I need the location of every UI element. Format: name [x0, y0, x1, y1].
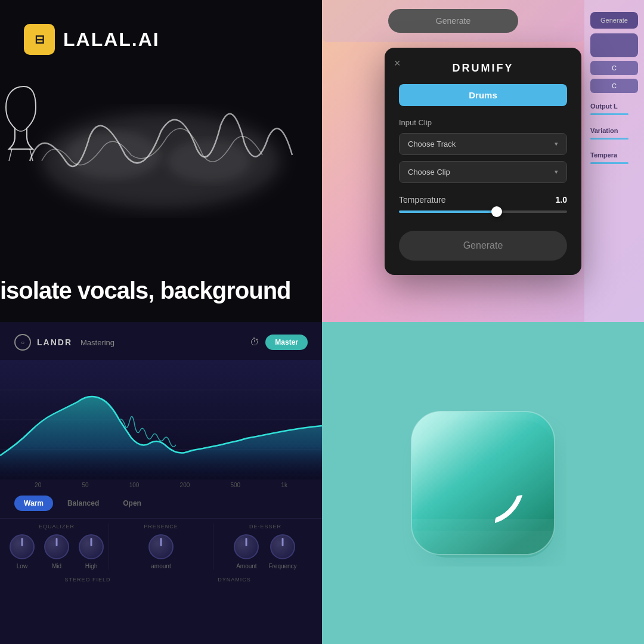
panel-drumify: Generate Generate C C Output L Variation…: [322, 0, 644, 322]
presence-label: PRESENCE: [144, 524, 178, 530]
overlay-variation-label: Variation: [590, 127, 638, 134]
input-clip-label: Input Clip: [399, 118, 567, 127]
presence-amount-group: amount: [148, 534, 174, 569]
de-esser-amount-group: Amount: [234, 534, 259, 569]
eq-high-knob[interactable]: [79, 534, 104, 559]
freq-labels: 20 50 100 200 500 1k: [0, 479, 322, 491]
landr-header: ○ LANDR Mastering ⏱ Master: [0, 322, 322, 360]
slider-thumb: [491, 206, 502, 217]
eq-mid-knob[interactable]: [44, 534, 69, 559]
svg-point-4: [167, 140, 250, 182]
close-icon[interactable]: ×: [394, 57, 401, 70]
tagline-text: isolate vocals, background: [0, 277, 322, 304]
style-open-btn[interactable]: Open: [113, 496, 151, 511]
style-balanced-btn[interactable]: Balanced: [58, 496, 109, 511]
freq-1k: 1k: [281, 482, 287, 488]
presence-knobs: amount: [148, 534, 174, 569]
de-esser-amount-knob[interactable]: [234, 534, 259, 559]
landr-wave-svg: [0, 360, 322, 479]
equalizer-group: EQUALIZER Low Mid High: [10, 524, 104, 569]
presence-amount-knob[interactable]: [148, 534, 174, 559]
temperature-value: 1.0: [556, 195, 567, 205]
bottom-labels: STEREO FIELD DYNAMICS: [0, 574, 322, 585]
de-esser-group: DE-ESSER Amount Frequency: [218, 524, 312, 569]
master-button[interactable]: Master: [265, 335, 308, 350]
svg-line-0: [9, 149, 12, 161]
stereo-label: STEREO FIELD: [14, 577, 161, 583]
style-buttons: Warm Balanced Open: [0, 491, 322, 518]
de-esser-label: DE-ESSER: [249, 524, 281, 530]
choose-clip-select[interactable]: Choose Clip ▾: [399, 161, 567, 183]
temperature-row: Temperature 1.0: [399, 195, 567, 205]
overlay-temperature-label: Tempera: [590, 151, 638, 159]
svg-rect-15: [411, 531, 555, 555]
freq-50: 50: [82, 482, 88, 488]
freq-200: 200: [180, 482, 190, 488]
landr-logo-icon: ○: [14, 334, 31, 351]
temperature-slider[interactable]: [399, 210, 567, 213]
de-esser-knobs: Amount Frequency: [234, 534, 296, 569]
overlay-extra-btn[interactable]: [590, 33, 638, 57]
eq-knobs: Low Mid High: [10, 534, 104, 569]
overlay-slider-2[interactable]: [590, 138, 628, 140]
chevron-down-icon-2: ▾: [555, 168, 558, 176]
landr-logo-text: LANDR: [37, 338, 72, 347]
overlay-btn-2[interactable]: C: [590, 79, 638, 93]
dynamics-label: DYNAMICS: [161, 577, 308, 583]
bg-generate-btn[interactable]: Generate: [388, 9, 518, 33]
generate-button[interactable]: Generate: [399, 231, 567, 261]
overlay-output-label: Output L: [590, 103, 638, 110]
style-warm-btn[interactable]: Warm: [14, 496, 53, 511]
panel-openai: [322, 322, 644, 644]
waveform-svg: [0, 78, 322, 244]
panel-landr: ○ LANDR Mastering ⏱ Master: [0, 322, 322, 644]
waveform-container: [0, 78, 322, 244]
face-silhouette: [0, 83, 48, 167]
landr-waveform: [0, 360, 322, 479]
eq-low-label: Low: [17, 563, 27, 569]
freq-100: 100: [129, 482, 140, 488]
de-esser-freq-knob[interactable]: [270, 534, 295, 559]
overlay-generate-btn[interactable]: Generate: [590, 12, 638, 29]
panel-lalal: ⊟ LALAL.AI: [0, 0, 322, 322]
chevron-down-icon: ▾: [555, 140, 558, 148]
freq-500: 500: [230, 482, 240, 488]
equalizer-label: EQUALIZER: [39, 524, 75, 530]
temperature-label: Temperature: [399, 195, 446, 205]
overlay-slider-1[interactable]: [590, 113, 628, 115]
eq-high-group: High: [79, 534, 104, 569]
eq-low-group: Low: [10, 534, 35, 569]
de-esser-freq-label: Frequency: [268, 563, 296, 569]
eq-mid-label: Mid: [52, 563, 61, 569]
lalal-logo-icon: ⊟: [24, 24, 55, 55]
lalal-logo: ⊟ LALAL.AI: [24, 24, 298, 55]
overlay-slider-3[interactable]: [590, 162, 628, 164]
right-overlay: Generate C C Output L Variation Tempera: [584, 0, 644, 322]
eq-low-knob[interactable]: [10, 534, 35, 559]
svg-point-3: [66, 131, 161, 179]
lalal-logo-text: LALAL.AI: [63, 29, 160, 51]
openai-glass-icon: [400, 400, 566, 566]
de-esser-amount-label: Amount: [236, 563, 256, 569]
eq-high-label: High: [85, 563, 98, 569]
eq-mid-group: Mid: [44, 534, 69, 569]
overlay-btn-1[interactable]: C: [590, 61, 638, 75]
landr-controls: EQUALIZER Low Mid High: [0, 518, 322, 574]
divider-1: [109, 524, 109, 569]
drumify-card: × DRUMIFY Drums Input Clip Choose Track …: [385, 48, 581, 275]
drumify-title: DRUMIFY: [399, 62, 567, 75]
landr-logo-group: ○ LANDR Mastering: [14, 334, 114, 351]
divider-2: [213, 524, 213, 569]
svg-line-1: [30, 149, 33, 161]
presence-amount-label: amount: [151, 563, 171, 569]
presence-group: PRESENCE amount: [114, 524, 208, 569]
drums-tab[interactable]: Drums: [399, 84, 567, 106]
freq-20: 20: [35, 482, 41, 488]
clock-icon: ⏱: [250, 337, 259, 348]
choose-track-select[interactable]: Choose Track ▾: [399, 133, 567, 155]
de-esser-freq-group: Frequency: [268, 534, 296, 569]
landr-sub-text: Mastering: [80, 338, 114, 347]
